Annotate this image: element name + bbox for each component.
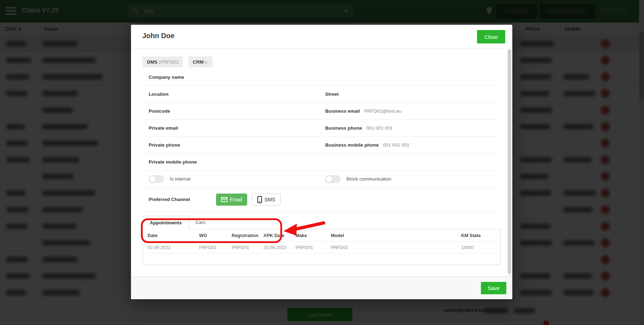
business-mobile-phone-label: Business mobile phone [325,142,379,148]
toggles-row: Is internal Block communication [143,171,501,188]
block-communication-label: Block communication [346,176,392,182]
is-internal-toggle[interactable] [149,175,164,183]
column-header-wo: WO [195,233,227,238]
column-header-make: Make [291,233,326,238]
field-row: Company name [143,69,501,86]
cell-make: PRFD01 [291,245,326,250]
dms-badge: DMS :PRFD01 [143,57,183,67]
business-email-value: PRFD01@test.eu [364,108,401,114]
cell-model: PRFD01 [326,245,457,250]
cell-date: 02.09.2022 [143,245,195,250]
modal-scrollbar-thumb[interactable] [508,49,511,274]
crm-badge-value: - [207,59,208,65]
modal-body: DMS :PRFD01 CRM :- Company name Location… [131,57,512,284]
preferred-channel-label: Preferred Channel [149,197,190,202]
company-name-label: Company name [149,75,184,80]
sms-channel-label: SMS [264,197,275,202]
tab-appointments[interactable]: Appointments [143,216,189,229]
location-label: Location [149,91,168,97]
field-row: Private email Business phone 001 001 001 [143,120,501,137]
sms-channel-button[interactable]: SMS [252,194,281,206]
contact-fields: Company name Location Street Postcode Bu… [143,69,501,212]
business-email-label: Business email [325,108,360,114]
block-communication-toggle[interactable] [325,175,341,183]
save-button[interactable]: Save [481,282,506,294]
crm-badge-label: CRM : [193,59,207,65]
toggle-knob [326,176,333,183]
field-row: Location Street [143,86,501,103]
close-button[interactable]: Close [477,30,505,43]
column-header-registration: Registration [227,233,259,238]
contact-detail-modal: John Doe Close DMS :PRFD01 CRM :- Compan… [131,25,512,299]
field-row: Private mobile phone [143,154,501,171]
business-mobile-phone-value: 001 001 001 [383,142,410,148]
appointment-row[interactable]: 02.09.2022 PRFD01 PRFD01 23.08.2022 PRFD… [143,241,500,253]
mobile-phone-icon [257,196,262,203]
private-mobile-phone-label: Private mobile phone [149,159,197,165]
appointments-table: Date WO Registration APK Date Make Model… [143,229,501,265]
business-phone-value: 001 001 001 [366,125,393,131]
column-header-km-state: KM State [457,233,500,238]
app-screen: Claire V7.20 ✕ DMS # Name Phone Mobile -… [0,0,644,325]
cell-registration: PRFD01 [227,245,259,250]
envelope-icon [221,197,227,202]
dms-badge-label: DMS : [147,59,160,65]
column-header-date: Date [143,233,195,238]
column-header-model: Model [326,233,457,238]
private-phone-label: Private phone [149,142,180,148]
appointments-table-header: Date WO Registration APK Date Make Model… [143,229,500,241]
dms-badge-value: PRFD01 [160,59,179,65]
email-channel-button[interactable]: Email [216,194,247,206]
is-internal-label: Is internal [170,176,191,182]
crm-badge: CRM :- [189,57,213,67]
modal-title: John Doe [142,32,174,40]
column-header-apk-date: APK Date [259,233,291,238]
toggle-knob [149,176,156,183]
modal-footer: Save [131,276,512,299]
detail-tabs: Appointments Cars [143,216,501,229]
street-label: Street [325,91,339,97]
modal-scrollbar[interactable] [507,49,512,276]
private-email-label: Private email [149,125,178,131]
business-phone-label: Business phone [325,125,362,131]
preferred-channel-row: Preferred Channel Email SMS [143,188,501,212]
source-badges: DMS :PRFD01 CRM :- [143,57,501,67]
cell-wo: PRFD01 [195,245,227,250]
field-row: Private phone Business mobile phone 001 … [143,137,501,154]
cell-km-state: 10000 [457,245,500,250]
modal-header: John Doe Close [131,25,512,48]
cell-apk-date: 23.08.2022 [259,245,291,250]
postcode-label: Postcode [149,108,170,114]
email-channel-label: Email [230,197,242,202]
tab-cars[interactable]: Cars [189,216,213,229]
field-row: Postcode Business email PRFD01@test.eu [143,103,501,120]
